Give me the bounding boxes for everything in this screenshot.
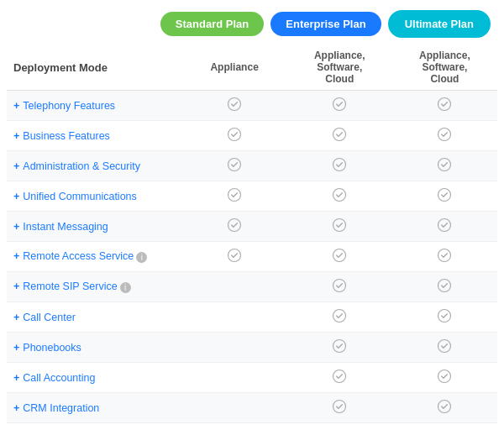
table-row: +Unified Communications <box>7 181 497 212</box>
enterprise-plan-button[interactable]: Enterprise Plan <box>270 12 381 36</box>
feature-name-cell: +Call Accounting <box>7 363 182 393</box>
feature-name-cell: +Instant Messaging <box>7 212 182 242</box>
standard-cell <box>182 242 287 272</box>
feature-name-cell: +Business Features <box>7 121 182 151</box>
table-row: +Phonebooks <box>7 333 497 363</box>
enterprise-cell <box>287 333 392 363</box>
deployment-col-header: Deployment Mode <box>7 45 182 91</box>
svg-point-4 <box>333 128 346 141</box>
check-icon <box>437 338 452 354</box>
feature-name-cell: +Remote SIP Servicei <box>7 272 182 302</box>
check-icon <box>227 97 242 112</box>
check-icon <box>437 97 452 112</box>
comparison-table: Deployment Mode Appliance Appliance,Soft… <box>7 45 497 430</box>
standard-cell <box>182 363 287 393</box>
standard-cell <box>182 393 287 423</box>
check-icon <box>332 218 347 233</box>
svg-point-26 <box>333 401 346 413</box>
standard-cell <box>182 333 287 363</box>
ultimate-cell <box>392 393 497 423</box>
ultimate-cell <box>392 333 497 363</box>
check-icon <box>437 218 452 233</box>
svg-point-21 <box>438 310 451 322</box>
standard-col-header: Appliance <box>182 45 287 91</box>
table-row: +Call Center <box>7 302 497 333</box>
info-icon[interactable]: i <box>120 282 131 293</box>
enterprise-cell <box>287 212 392 242</box>
svg-point-18 <box>333 280 346 292</box>
enterprise-col-header: Appliance,Software,Cloud <box>287 45 392 91</box>
svg-point-0 <box>228 98 241 111</box>
check-icon <box>332 338 347 354</box>
standard-cell <box>182 151 287 181</box>
svg-point-11 <box>438 189 451 202</box>
enterprise-cell <box>287 91 392 121</box>
svg-point-27 <box>438 401 451 413</box>
feature-label: Unified Communications <box>23 191 136 202</box>
enterprise-cell <box>287 393 392 423</box>
enterprise-cell <box>287 272 392 302</box>
svg-point-3 <box>228 128 241 141</box>
svg-point-6 <box>228 159 241 171</box>
feature-label: Administration & Security <box>23 160 140 172</box>
check-icon <box>437 399 452 414</box>
check-icon <box>227 248 242 263</box>
standard-cell <box>182 423 287 431</box>
feature-label: Call Center <box>23 312 76 323</box>
standard-cell <box>182 181 287 212</box>
svg-point-24 <box>333 370 346 383</box>
feature-name-cell: +Unified Communications <box>7 181 182 212</box>
feature-name-cell: +Administration & Security <box>7 151 182 181</box>
enterprise-cell <box>287 242 392 272</box>
check-icon <box>437 127 452 142</box>
check-icon <box>332 127 347 142</box>
svg-point-15 <box>228 249 241 262</box>
ultimate-cell <box>392 242 497 272</box>
feature-name-cell: +Telephony Features <box>7 91 182 121</box>
ultimate-cell <box>392 212 497 242</box>
check-icon <box>332 369 347 384</box>
check-icon <box>332 187 347 202</box>
check-icon <box>437 157 452 172</box>
ultimate-cell <box>392 302 497 333</box>
svg-point-9 <box>228 189 241 202</box>
check-icon <box>332 278 347 293</box>
check-icon <box>437 248 452 263</box>
ultimate-cell <box>392 121 497 151</box>
ultimate-cell <box>392 363 497 393</box>
svg-point-23 <box>438 340 451 353</box>
feature-label: Business Features <box>23 130 110 142</box>
svg-point-22 <box>333 340 346 353</box>
feature-name-cell: +Phonebooks <box>7 333 182 363</box>
svg-point-5 <box>438 128 451 141</box>
check-icon <box>227 187 242 202</box>
table-header-row: Deployment Mode Appliance Appliance,Soft… <box>7 45 497 91</box>
check-icon <box>332 399 347 414</box>
feature-label: Call Accounting <box>23 372 95 384</box>
svg-point-12 <box>228 219 241 232</box>
svg-point-20 <box>333 310 346 322</box>
feature-name-cell: +Remote Access Servicei <box>7 242 182 272</box>
svg-point-14 <box>438 219 451 232</box>
standard-plan-button[interactable]: Standard Plan <box>160 12 264 36</box>
feature-label: Telephony Features <box>23 100 115 112</box>
enterprise-cell <box>287 151 392 181</box>
feature-name-cell: +CRM Integration <box>7 393 182 423</box>
svg-point-19 <box>438 280 451 292</box>
table-row: +Administration & Security <box>7 151 497 181</box>
feature-label: Phonebooks <box>23 342 81 354</box>
ultimate-plan-button[interactable]: Ultimate Plan <box>388 10 491 38</box>
standard-cell <box>182 91 287 121</box>
check-icon <box>227 127 242 142</box>
ultimate-cell <box>392 91 497 121</box>
standard-cell <box>182 121 287 151</box>
ultimate-col-header: Appliance,Software,Cloud <box>392 45 497 91</box>
enterprise-cell <box>287 181 392 212</box>
check-icon <box>332 248 347 263</box>
info-icon[interactable]: i <box>136 252 147 263</box>
standard-cell <box>182 272 287 302</box>
table-row: +CRM Integration <box>7 393 497 423</box>
check-icon <box>332 97 347 112</box>
table-row: +Business Features <box>7 121 497 151</box>
enterprise-cell <box>287 363 392 393</box>
